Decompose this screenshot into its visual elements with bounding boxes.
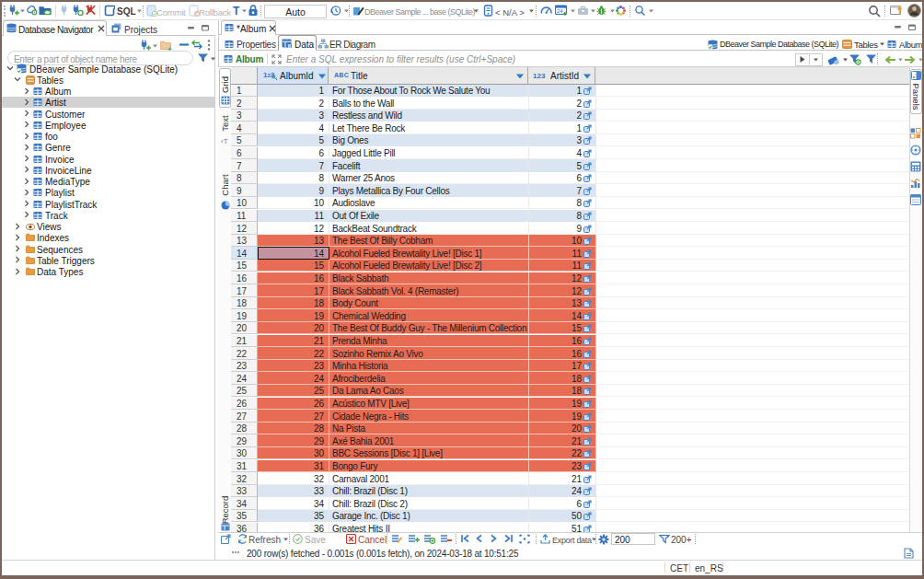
svg-text:‹T: ‹T bbox=[221, 137, 228, 145]
svg-text:24: 24 bbox=[557, 8, 563, 14]
